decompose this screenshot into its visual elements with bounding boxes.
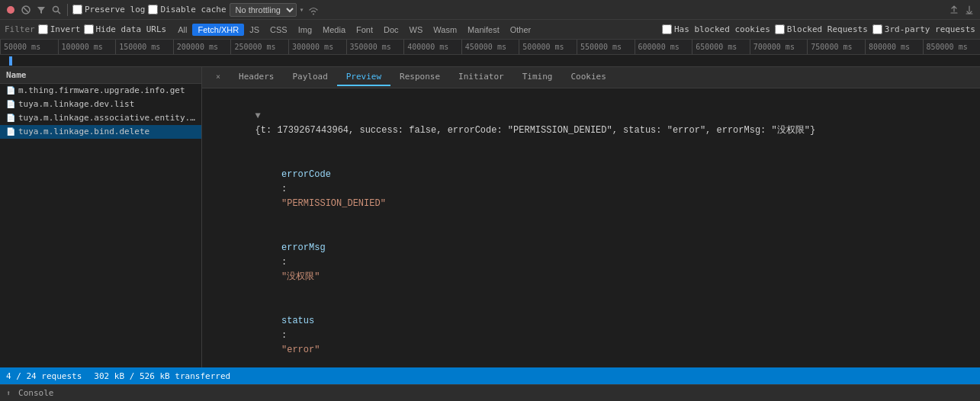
file-icon: 📄: [6, 86, 15, 95]
filter-right: Has blocked cookies Blocked Requests 3rd…: [662, 24, 975, 34]
request-items: 📄 m.thing.firmware.upgrade.info.get 📄 tu…: [0, 84, 201, 367]
ruler-tick: 100000 ms: [58, 40, 116, 54]
request-list: Name 📄 m.thing.firmware.upgrade.info.get…: [0, 67, 202, 367]
file-icon: 📄: [6, 114, 15, 122]
requests-count: 4 / 24 requests: [6, 371, 82, 381]
request-item-name: tuya.m.linkage.bind.delete: [18, 127, 149, 136]
svg-line-2: [24, 8, 28, 12]
svg-line-4: [58, 11, 61, 14]
main-content: Name 📄 m.thing.firmware.upgrade.info.get…: [0, 67, 980, 367]
json-line-errormsg: errorMsg : "没权限": [227, 226, 971, 300]
ruler-tick: 200000 ms: [173, 40, 231, 54]
invert-checkbox[interactable]: Invert: [38, 24, 81, 34]
json-sep-1: :: [281, 184, 292, 194]
console-tab-label[interactable]: Console: [14, 387, 58, 399]
ruler-tick: 450000 ms: [461, 40, 519, 54]
request-item-name: tuya.m.linkage.dev.list: [18, 99, 134, 109]
ruler-tick: 50000 ms: [0, 40, 58, 54]
ruler-tick: 650000 ms: [692, 40, 750, 54]
filter-type-ws[interactable]: WS: [404, 24, 429, 36]
filter-type-wasm[interactable]: Wasm: [428, 24, 462, 36]
json-val-errorcode: "PERMISSION_DENIED": [281, 198, 386, 209]
toolbar-divider-1: [67, 4, 68, 16]
ruler-tick: 800000 ms: [865, 40, 923, 54]
close-tab-button[interactable]: ×: [207, 69, 230, 85]
filter-type-font[interactable]: Font: [351, 24, 378, 36]
request-item[interactable]: 📄 m.thing.firmware.upgrade.info.get: [0, 84, 201, 98]
filter-bar: Filter Invert Hide data URLs All Fetch/X…: [0, 20, 980, 40]
svg-point-0: [7, 6, 14, 14]
timeline-ruler: 50000 ms 100000 ms 150000 ms 200000 ms 2…: [0, 40, 980, 55]
search-button[interactable]: [50, 4, 63, 16]
ruler-tick: 550000 ms: [577, 40, 635, 54]
detail-panel: × Headers Payload Preview Response Initi…: [202, 67, 980, 367]
filter-type-manifest[interactable]: Manifest: [462, 24, 505, 36]
filter-button[interactable]: [35, 4, 47, 16]
expand-icon[interactable]: ⬆: [6, 389, 11, 397]
filter-type-all[interactable]: All: [172, 24, 192, 36]
request-item[interactable]: 📄 tuya.m.linkage.dev.list: [0, 98, 201, 111]
json-key-errormsg: errorMsg: [281, 242, 326, 253]
upload-button[interactable]: [948, 4, 960, 16]
ruler-tick: 600000 ms: [635, 40, 692, 54]
svg-point-3: [53, 6, 59, 11]
ruler-tick: 850000 ms: [923, 40, 981, 54]
toolbar: Preserve log Disable cache No throttling…: [0, 0, 980, 20]
tab-timing[interactable]: Timing: [513, 69, 562, 86]
ruler-tick: 250000 ms: [230, 40, 288, 54]
download-button[interactable]: [963, 4, 975, 16]
status-bar: 4 / 24 requests 302 kB / 526 kB transfer…: [0, 367, 980, 384]
filter-label: Filter: [5, 24, 35, 34]
json-val-errormsg: "没权限": [281, 271, 320, 282]
json-line-errorcode: errorCode : "PERMISSION_DENIED": [227, 153, 971, 226]
tab-preview[interactable]: Preview: [337, 69, 390, 86]
json-root-line: ▼ {t: 1739267443964, success: false, err…: [211, 95, 971, 153]
wifi-icon[interactable]: [307, 4, 320, 16]
json-body: errorCode : "PERMISSION_DENIED" errorMsg…: [227, 153, 971, 367]
ruler-tick: 150000 ms: [115, 40, 173, 54]
blocked-requests-checkbox[interactable]: Blocked Requests: [775, 24, 868, 34]
request-item-name: m.thing.firmware.upgrade.info.get: [18, 85, 185, 95]
filter-type-css[interactable]: CSS: [265, 24, 293, 36]
record-button[interactable]: [5, 4, 17, 16]
request-item-selected[interactable]: 📄 tuya.m.linkage.bind.delete: [0, 125, 201, 139]
throttle-dropdown-icon: ▾: [300, 5, 304, 14]
json-key-status: status: [281, 316, 314, 326]
preserve-log-checkbox[interactable]: Preserve log: [72, 5, 145, 14]
tab-cookies[interactable]: Cookies: [561, 69, 615, 86]
stop-button[interactable]: [20, 4, 32, 16]
name-column-header: Name: [6, 70, 27, 80]
json-line-status: status : "error": [227, 300, 971, 367]
waterfall-bar-area: [0, 55, 980, 67]
filter-types: All Fetch/XHR JS CSS Img Media Font Doc …: [172, 24, 536, 36]
tab-initiator[interactable]: Initiator: [449, 69, 513, 86]
json-val-status: "error": [281, 345, 320, 355]
request-item[interactable]: 📄 tuya.m.linkage.associative.entity.quer…: [0, 111, 201, 125]
transfer-size: 302 kB / 526 kB transferred: [94, 371, 230, 381]
file-icon: 📄: [6, 100, 15, 108]
disable-cache-checkbox[interactable]: Disable cache: [148, 5, 226, 14]
ruler-tick: 350000 ms: [346, 40, 404, 54]
tab-payload[interactable]: Payload: [283, 69, 336, 86]
filter-type-fetch-xhr[interactable]: Fetch/XHR: [192, 24, 244, 36]
has-blocked-cookies-checkbox[interactable]: Has blocked cookies: [662, 24, 770, 34]
ruler-tick: 750000 ms: [807, 40, 865, 54]
filter-type-media[interactable]: Media: [317, 24, 351, 36]
json-sep-3: :: [281, 330, 292, 341]
throttle-select[interactable]: No throttling: [230, 3, 297, 17]
filter-type-img[interactable]: Img: [293, 24, 317, 36]
ruler-tick: 400000 ms: [403, 40, 461, 54]
expand-icon[interactable]: ▼: [255, 111, 261, 121]
filter-type-doc[interactable]: Doc: [378, 24, 404, 36]
tab-response[interactable]: Response: [390, 69, 449, 86]
request-list-header: Name: [0, 67, 201, 84]
hide-data-urls-checkbox[interactable]: Hide data URLs: [84, 24, 167, 34]
file-icon: 📄: [6, 127, 15, 136]
request-item-name: tuya.m.linkage.associative.entity.query: [18, 113, 195, 123]
tab-headers[interactable]: Headers: [230, 69, 283, 86]
json-preview-content: ▼ {t: 1739267443964, success: false, err…: [202, 88, 980, 367]
third-party-checkbox[interactable]: 3rd-party requests: [872, 24, 975, 34]
json-key-errorcode: errorCode: [281, 169, 331, 180]
filter-type-other[interactable]: Other: [505, 24, 537, 36]
filter-type-js[interactable]: JS: [244, 24, 265, 36]
